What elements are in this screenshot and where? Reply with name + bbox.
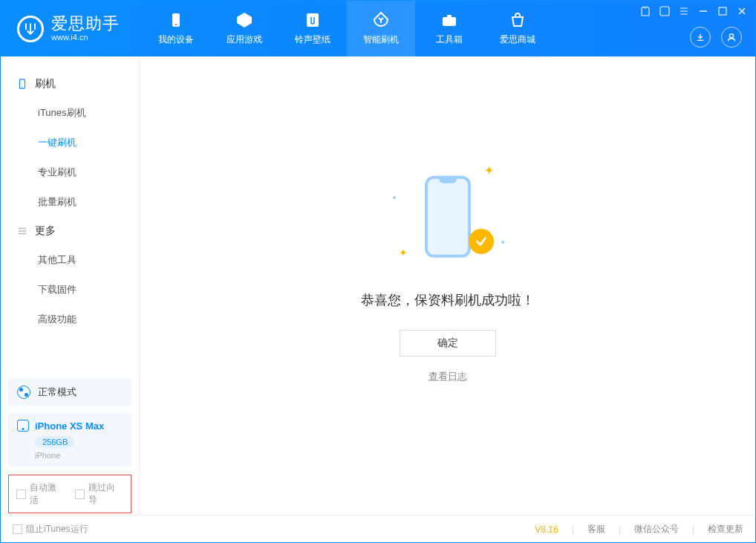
feedback-icon[interactable] [659,5,671,17]
device-capacity: 256GB [35,436,75,448]
svg-rect-5 [660,7,669,16]
app-title: 爱思助手 [51,16,120,32]
tab-ringtone-wallpaper[interactable]: 铃声壁纸 [278,1,347,56]
minimize-icon[interactable] [697,5,709,17]
phone-icon [17,79,27,89]
checkbox-icon [13,524,22,534]
tab-store[interactable]: 爱思商城 [483,1,552,56]
ok-button[interactable]: 确定 [400,330,496,357]
svg-point-7 [729,34,733,38]
device-mode-label: 正常模式 [38,386,76,399]
main-content: ✦ ✦ 恭喜您，保资料刷机成功啦！ 确定 查看日志 [140,56,755,515]
success-message: 恭喜您，保资料刷机成功啦！ [361,291,535,309]
svg-point-9 [22,86,22,87]
dot-decoration [393,196,396,199]
checkbox-block-itunes[interactable]: 阻止iTunes运行 [13,523,88,536]
checkbox-auto-activate[interactable]: 自动激活 [16,481,65,507]
sparkle-icon: ✦ [484,163,494,178]
list-icon [17,226,27,236]
svg-rect-3 [443,17,456,26]
sidebar-item-pro-flash[interactable]: 专业刷机 [38,157,139,187]
version-label: V8.16 [535,524,558,535]
sidebar: 刷机 iTunes刷机 一键刷机 专业刷机 批量刷机 更多 其他工具 下载固件 … [1,56,140,515]
flash-options-row: 自动激活 跳过向导 [8,475,131,513]
tab-apps-games[interactable]: 应用游戏 [210,1,278,56]
success-illustration: ✦ ✦ [388,159,507,278]
device-info-box[interactable]: iPhone XS Max 256GB iPhone [8,412,131,467]
header-right-buttons [690,27,742,48]
footer-link-support[interactable]: 客服 [587,523,605,536]
logo-icon [17,16,44,42]
sidebar-item-download-firmware[interactable]: 下载固件 [38,275,139,305]
svg-rect-2 [307,13,319,27]
header-bar: 爱思助手 www.i4.cn 我的设备 应用游戏 铃声壁纸 智能刷机 工具箱 爱… [1,1,755,56]
view-log-link[interactable]: 查看日志 [428,370,467,383]
user-account-icon[interactable] [721,27,742,48]
main-tabs: 我的设备 应用游戏 铃声壁纸 智能刷机 工具箱 爱思商城 [142,1,552,56]
tab-smart-flash[interactable]: 智能刷机 [347,1,415,56]
tab-toolbox[interactable]: 工具箱 [415,1,483,56]
footer-bar: 阻止iTunes运行 V8.16 | 客服 | 微信公众号 | 检查更新 [1,515,755,543]
sidebar-category-flash: 刷机 [1,70,139,98]
device-name: iPhone XS Max [35,420,104,432]
sidebar-item-itunes-flash[interactable]: iTunes刷机 [38,98,139,128]
app-subtitle: www.i4.cn [51,33,120,42]
app-logo: 爱思助手 www.i4.cn [1,16,142,42]
svg-rect-6 [719,7,726,15]
checkbox-icon [75,490,85,499]
download-manager-icon[interactable] [690,27,711,48]
sidebar-item-other-tools[interactable]: 其他工具 [38,245,139,275]
sidebar-item-batch-flash[interactable]: 批量刷机 [38,187,139,217]
sidebar-item-oneclick-flash[interactable]: 一键刷机 [38,128,139,157]
footer-link-update[interactable]: 检查更新 [708,523,743,536]
svg-rect-4 [447,15,452,18]
phone-illustration [425,175,471,257]
checkbox-icon [16,490,26,499]
dot-decoration [501,241,504,244]
sparkle-icon: ✦ [399,247,408,259]
success-check-icon [469,229,494,254]
device-icon [17,420,29,432]
sidebar-item-advanced[interactable]: 高级功能 [38,305,139,334]
device-type: iPhone [35,451,123,460]
sidebar-category-more: 更多 [1,217,139,245]
maximize-icon[interactable] [717,5,729,17]
device-mode-box[interactable]: 正常模式 [8,378,131,406]
mode-icon [17,386,30,399]
svg-point-1 [175,24,177,25]
window-controls [639,5,748,17]
checkbox-skip-guide[interactable]: 跳过向导 [75,481,123,507]
footer-link-wechat[interactable]: 微信公众号 [634,523,679,536]
skin-icon[interactable] [639,5,651,17]
close-icon[interactable] [736,5,748,17]
tab-my-device[interactable]: 我的设备 [142,1,210,56]
menu-icon[interactable] [678,5,690,17]
